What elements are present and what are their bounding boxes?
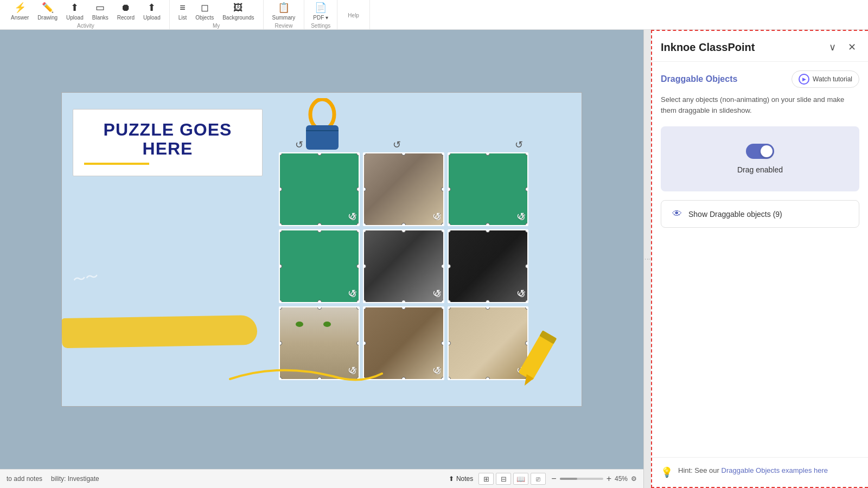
watch-tutorial-button[interactable]: ▶ Watch tutorial bbox=[792, 70, 859, 88]
handle-mr-4[interactable] bbox=[356, 264, 360, 268]
handle-tc-1[interactable] bbox=[317, 152, 322, 156]
handle-tl-9[interactable] bbox=[448, 306, 451, 310]
handle-bc-1[interactable] bbox=[317, 223, 322, 226]
handle-br-6[interactable] bbox=[525, 300, 528, 303]
handle-ml-2[interactable] bbox=[363, 187, 366, 191]
handle-tr-9[interactable] bbox=[525, 306, 528, 310]
handle-ml-9[interactable] bbox=[448, 341, 451, 345]
panel-close-button[interactable]: ✕ bbox=[844, 40, 859, 55]
handle-tr-8[interactable] bbox=[441, 306, 444, 310]
handle-bc-8[interactable] bbox=[401, 377, 406, 380]
handle-bl-3[interactable] bbox=[448, 223, 451, 226]
handle-bl-7[interactable] bbox=[279, 377, 282, 380]
ribbon-item-drawing[interactable]: ✏️ Drawing bbox=[34, 1, 61, 22]
puzzle-cell-2-1[interactable]: ↺ bbox=[279, 229, 360, 303]
handle-tr-7[interactable] bbox=[356, 306, 360, 310]
handle-br-2[interactable] bbox=[441, 223, 444, 226]
handle-tc-8[interactable] bbox=[401, 306, 406, 310]
handle-ml-6[interactable] bbox=[448, 264, 451, 268]
handle-bc-2[interactable] bbox=[401, 223, 406, 226]
handle-bc-7[interactable] bbox=[317, 377, 322, 380]
rotate-handle-top[interactable]: ↺ bbox=[393, 139, 401, 151]
panel-collapse-bar[interactable]: ⋮ bbox=[643, 30, 651, 488]
reading-view-button[interactable]: 📖 bbox=[513, 473, 528, 485]
panel-collapse-button[interactable]: ∨ bbox=[825, 40, 840, 55]
handle-tl-3[interactable] bbox=[448, 152, 451, 156]
handle-bl-9[interactable] bbox=[448, 377, 451, 380]
rotate-handle-right[interactable]: ↺ bbox=[515, 139, 523, 151]
handle-ml-1[interactable] bbox=[279, 187, 282, 191]
handle-mr-7[interactable] bbox=[356, 341, 360, 345]
handle-br-8[interactable] bbox=[441, 377, 444, 380]
zoom-slider[interactable] bbox=[560, 478, 603, 480]
ribbon-item-summary[interactable]: 📋 Summary bbox=[269, 1, 299, 22]
slide-canvas[interactable]: PUZZLE GOES HERE 〜〜 bbox=[0, 30, 643, 469]
handle-bc-3[interactable] bbox=[486, 223, 490, 226]
ribbon-item-pdf[interactable]: 📄 PDF ▾ bbox=[310, 1, 331, 22]
handle-tc-9[interactable] bbox=[486, 306, 490, 310]
puzzle-cell-1-1[interactable]: ↺ bbox=[279, 152, 360, 226]
handle-tl-6[interactable] bbox=[448, 229, 451, 233]
drag-enabled-toggle[interactable] bbox=[746, 144, 774, 159]
handle-mr-5[interactable] bbox=[441, 264, 444, 268]
zoom-plus-icon[interactable]: + bbox=[607, 474, 611, 484]
handle-tc-5[interactable] bbox=[401, 229, 406, 233]
ribbon-item-record[interactable]: ⏺ Record bbox=[114, 1, 138, 22]
puzzle-cell-1-2[interactable]: ↺ bbox=[363, 152, 444, 226]
handle-tl-8[interactable] bbox=[363, 306, 366, 310]
handle-tr-6[interactable] bbox=[525, 229, 528, 233]
slide-sorter-button[interactable]: ⊟ bbox=[496, 473, 511, 485]
handle-bc-9[interactable] bbox=[486, 377, 490, 380]
handle-ml-8[interactable] bbox=[363, 341, 366, 345]
zoom-settings-icon[interactable]: ⚙ bbox=[631, 475, 637, 483]
handle-tl-7[interactable] bbox=[279, 306, 282, 310]
handle-mr-2[interactable] bbox=[441, 187, 444, 191]
handle-tc-7[interactable] bbox=[317, 306, 322, 310]
handle-mr-6[interactable] bbox=[525, 264, 528, 268]
handle-tr-3[interactable] bbox=[525, 152, 528, 156]
handle-br-5[interactable] bbox=[441, 300, 444, 303]
handle-mr-8[interactable] bbox=[441, 341, 444, 345]
handle-tc-3[interactable] bbox=[486, 152, 490, 156]
handle-mr-3[interactable] bbox=[525, 187, 528, 191]
handle-tl-1[interactable] bbox=[279, 152, 282, 156]
ribbon-item-upload[interactable]: ⬆ Upload bbox=[63, 1, 87, 22]
handle-ml-3[interactable] bbox=[448, 187, 451, 191]
handle-ml-5[interactable] bbox=[363, 264, 366, 268]
handle-bl-1[interactable] bbox=[279, 223, 282, 226]
handle-br-4[interactable] bbox=[356, 300, 360, 303]
ribbon-item-list[interactable]: ≡ List bbox=[175, 1, 190, 22]
handle-bl-2[interactable] bbox=[363, 223, 366, 226]
hint-link[interactable]: Draggable Objects examples here bbox=[722, 466, 828, 474]
puzzle-cell-1-3[interactable]: ↺ bbox=[448, 152, 528, 226]
show-draggable-button[interactable]: 👁 Show Draggable objects (9) bbox=[661, 200, 859, 228]
handle-tc-6[interactable] bbox=[486, 229, 490, 233]
handle-tc-4[interactable] bbox=[317, 229, 322, 233]
handle-br-7[interactable] bbox=[356, 377, 360, 380]
notes-button[interactable]: ⬆ Notes bbox=[449, 475, 473, 483]
handle-bl-5[interactable] bbox=[363, 300, 366, 303]
ribbon-item-upload2[interactable]: ⬆ Upload bbox=[140, 1, 164, 22]
handle-tr-4[interactable] bbox=[356, 229, 360, 233]
puzzle-cell-3-2[interactable]: ↺ bbox=[363, 306, 444, 380]
handle-tr-2[interactable] bbox=[441, 152, 444, 156]
zoom-minus-icon[interactable]: − bbox=[551, 474, 556, 484]
ribbon-item-objects[interactable]: ◻ Objects bbox=[192, 1, 217, 22]
ribbon-item-answer[interactable]: ⚡ Answer bbox=[8, 1, 32, 22]
handle-bl-6[interactable] bbox=[448, 300, 451, 303]
presenter-view-button[interactable]: ⎚ bbox=[531, 473, 546, 485]
handle-ml-7[interactable] bbox=[279, 341, 282, 345]
normal-view-button[interactable]: ⊞ bbox=[478, 473, 494, 485]
handle-tl-5[interactable] bbox=[363, 229, 366, 233]
handle-tc-2[interactable] bbox=[401, 152, 406, 156]
puzzle-cell-2-3[interactable]: ↺ bbox=[448, 229, 528, 303]
handle-bc-6[interactable] bbox=[486, 300, 490, 303]
handle-br-3[interactable] bbox=[525, 223, 528, 226]
handle-tr-1[interactable] bbox=[356, 152, 360, 156]
handle-ml-4[interactable] bbox=[279, 264, 282, 268]
handle-mr-1[interactable] bbox=[356, 187, 360, 191]
handle-br-1[interactable] bbox=[356, 223, 360, 226]
ribbon-item-blanks[interactable]: ▭ Blanks bbox=[89, 1, 112, 22]
handle-bl-4[interactable] bbox=[279, 300, 282, 303]
handle-tr-5[interactable] bbox=[441, 229, 444, 233]
